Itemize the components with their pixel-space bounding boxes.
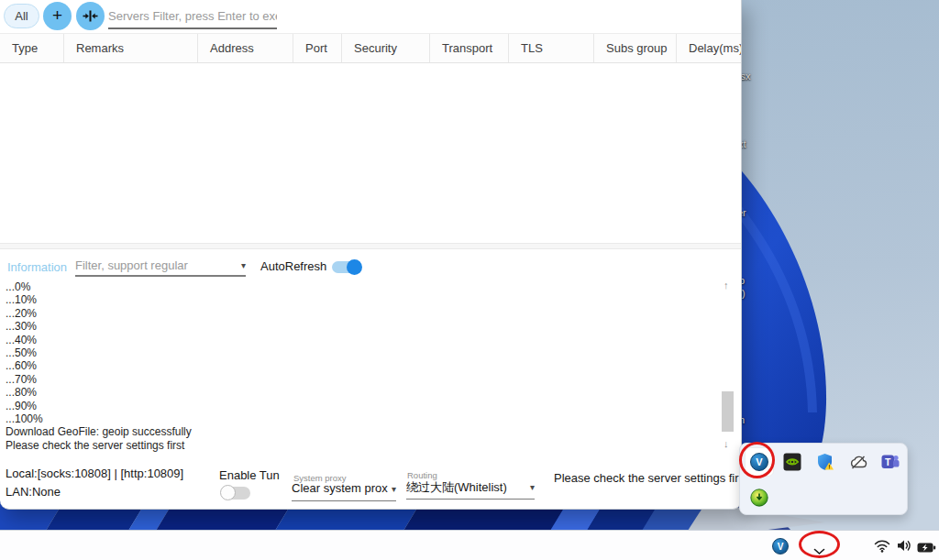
chevron-down-icon: ▾ [392, 484, 396, 494]
tray-idm-icon[interactable] [750, 489, 768, 507]
column-header-delay[interactable]: Delay(ms) [677, 34, 741, 62]
lan-info: LAN:None [6, 485, 61, 499]
annotation-circle-taskbar-chevron [799, 531, 840, 558]
enable-tun-toggle[interactable] [221, 487, 250, 500]
log-line: ...80% [6, 386, 712, 399]
subscription-group-all-button[interactable]: All [4, 4, 39, 28]
scrollbar-thumb[interactable] [722, 391, 734, 432]
local-ports-info: Local:[socks:10808] | [http:10809] [6, 467, 183, 480]
chevron-down-icon: ▾ [530, 482, 535, 492]
log-output[interactable]: ...0% ...10% ...20% ...30% ...40% ...50%… [6, 280, 712, 452]
log-line: ...40% [6, 334, 712, 346]
log-line: ...30% [6, 320, 712, 333]
log-line: ...100% [6, 412, 712, 425]
column-header-subsgroup[interactable]: Subs group [594, 34, 677, 62]
plus-icon: + [52, 6, 62, 24]
annotation-circle-tray-v2rayn [739, 442, 775, 478]
system-proxy-combo[interactable]: Clear system prox ▾ [292, 481, 396, 501]
tray-teams-icon[interactable]: T [881, 453, 900, 471]
column-header-type[interactable]: Type [0, 34, 64, 62]
routing-value: 绕过大陆(Whitelist) [406, 479, 507, 496]
log-line: ...10% [6, 293, 712, 306]
taskbar-v2rayn-icon[interactable]: V [772, 538, 789, 555]
autorefresh-label: AutoRefresh [260, 259, 326, 273]
column-resize-button[interactable] [76, 2, 105, 30]
log-line: ...90% [6, 400, 712, 412]
log-line: ...0% [6, 280, 712, 293]
svg-text:T: T [885, 456, 891, 467]
column-header-port[interactable]: Port [293, 34, 342, 62]
battery-icon[interactable] [917, 541, 936, 557]
log-line: ...20% [6, 307, 712, 320]
tray-nvidia-icon[interactable] [783, 453, 801, 471]
column-header-address[interactable]: Address [198, 34, 293, 62]
chevron-down-icon: ▾ [241, 260, 246, 270]
servers-filter-input[interactable] [108, 5, 277, 29]
tray-onedrive-icon[interactable] [849, 453, 867, 471]
v2rayn-window: All + Type Remarks Address P [0, 0, 742, 510]
add-server-button[interactable]: + [43, 2, 72, 30]
column-header-security[interactable]: Security [342, 34, 430, 62]
log-line: Please check the server settings first [6, 439, 712, 452]
log-line: Download GeoFile: geoip successfully [6, 425, 712, 438]
volume-icon[interactable] [897, 539, 912, 556]
server-list-empty[interactable] [0, 64, 741, 243]
status-message: Please check the server settings fir [554, 471, 739, 485]
column-resize-icon [83, 9, 98, 23]
column-header-transport[interactable]: Transport [430, 34, 509, 62]
log-line: ...70% [6, 373, 712, 386]
screen: lsx xt er p d) n All + [0, 0, 939, 560]
enable-tun-label: Enable Tun [219, 468, 280, 482]
tray-windows-security-icon[interactable] [816, 453, 834, 471]
log-filter-input[interactable] [75, 258, 241, 272]
column-header-tls[interactable]: TLS [509, 34, 594, 62]
panel-splitter[interactable] [0, 243, 741, 249]
toolbar: All + [0, 0, 741, 33]
log-line: ...50% [6, 346, 712, 359]
column-header-remarks[interactable]: Remarks [64, 34, 198, 62]
log-line: ...60% [6, 359, 712, 372]
servers-filter-field[interactable] [108, 5, 277, 29]
log-filter-combo[interactable]: ▾ [75, 256, 246, 277]
scroll-up-icon[interactable]: ↑ [724, 280, 729, 291]
routing-combo[interactable]: 绕过大陆(Whitelist) ▾ [406, 479, 535, 500]
autorefresh-toggle[interactable] [332, 261, 359, 273]
tab-information[interactable]: Information [7, 260, 67, 274]
wifi-icon[interactable] [874, 539, 890, 556]
system-proxy-value: Clear system prox [292, 481, 388, 495]
server-table-header: Type Remarks Address Port Security Trans… [0, 33, 741, 63]
enable-tun-toggle-thumb [220, 485, 236, 500]
autorefresh-toggle-thumb [347, 259, 362, 275]
scroll-down-icon[interactable]: ↓ [724, 439, 729, 449]
